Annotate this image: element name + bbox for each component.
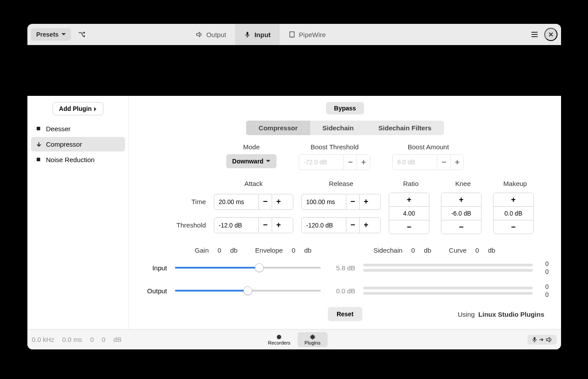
footer-io-button[interactable] bbox=[527, 335, 557, 345]
makeup-spinbox[interactable]: + 0.0 dB − bbox=[493, 193, 534, 234]
increment-button[interactable]: + bbox=[389, 193, 429, 206]
input-slider-label: Input bbox=[141, 264, 167, 272]
stat-v2: 0 bbox=[102, 336, 105, 343]
shuffle-icon bbox=[78, 31, 85, 38]
attack-threshold-spinbox[interactable]: − + bbox=[214, 217, 293, 233]
presets-button[interactable]: Presets bbox=[31, 28, 71, 41]
chevron-down-icon bbox=[266, 160, 270, 163]
makeup-value: 0.0 dB bbox=[493, 206, 533, 220]
output-level-bars bbox=[363, 287, 533, 295]
decrement-button[interactable]: − bbox=[389, 220, 429, 234]
decrement-button[interactable]: − bbox=[346, 194, 359, 209]
knee-header: Knee bbox=[441, 180, 485, 187]
boost-threshold-label: Boost Threshold bbox=[311, 143, 359, 151]
footer-tab-plugins[interactable]: Plugins bbox=[297, 332, 327, 347]
square-icon bbox=[36, 157, 42, 163]
speaker-icon bbox=[546, 337, 552, 343]
input-slider[interactable] bbox=[175, 267, 321, 269]
subtab-sidechain-filters[interactable]: Sidechain Filters bbox=[366, 121, 444, 135]
speaker-icon bbox=[196, 31, 203, 38]
increment-button[interactable]: + bbox=[272, 218, 285, 233]
tab-input[interactable]: Input bbox=[235, 24, 280, 45]
shuffle-button[interactable] bbox=[75, 28, 89, 41]
increment-button: + bbox=[450, 155, 463, 170]
release-threshold-spinbox[interactable]: − + bbox=[301, 217, 381, 233]
subtab-sidechain[interactable]: Sidechain bbox=[310, 121, 366, 135]
close-button[interactable] bbox=[544, 28, 558, 41]
makeup-header: Makeup bbox=[493, 180, 537, 187]
plugin-content: Bypass Compressor Sidechain Sidechain Fi… bbox=[129, 96, 561, 329]
attack-header: Attack bbox=[214, 180, 293, 187]
gain-meter-label: Gain bbox=[195, 246, 209, 254]
stat-v1: 0 bbox=[90, 336, 94, 343]
titlebar: Presets Output Input PipeWire bbox=[27, 24, 561, 45]
reset-button[interactable]: Reset bbox=[328, 307, 362, 321]
stat-ms: 0.0 ms bbox=[62, 336, 82, 343]
boost-threshold-spinbox: − + bbox=[299, 154, 370, 170]
svg-rect-6 bbox=[534, 337, 535, 340]
decrement-button[interactable]: − bbox=[346, 218, 359, 233]
footer-tab-recorders[interactable]: Recorders bbox=[261, 332, 298, 347]
decrement-button[interactable]: − bbox=[258, 218, 272, 233]
svg-rect-1 bbox=[290, 32, 294, 37]
decrement-button: − bbox=[343, 155, 357, 170]
release-time-spinbox[interactable]: − + bbox=[301, 194, 381, 210]
increment-button[interactable]: + bbox=[359, 194, 372, 209]
boost-amount-spinbox: − + bbox=[392, 154, 464, 170]
chevron-right-icon bbox=[94, 107, 97, 111]
time-row-label: Time bbox=[153, 198, 206, 205]
menu-button[interactable] bbox=[527, 28, 542, 41]
attack-time-spinbox[interactable]: − + bbox=[214, 194, 293, 210]
knee-spinbox[interactable]: + -6.0 dB − bbox=[441, 193, 482, 234]
gain-meter-value: 0 bbox=[218, 246, 221, 254]
stat-khz: 0.0 kHz bbox=[32, 336, 54, 343]
release-header: Release bbox=[301, 180, 381, 187]
increment-button[interactable]: + bbox=[359, 218, 372, 233]
increment-button[interactable]: + bbox=[493, 193, 533, 206]
ratio-value: 4.00 bbox=[389, 206, 429, 220]
puzzle-icon bbox=[309, 334, 315, 340]
boost-amount-input bbox=[393, 155, 437, 170]
svg-point-5 bbox=[277, 335, 281, 339]
output-slider-value: 0.0 dB bbox=[329, 287, 355, 295]
output-slider-label: Output bbox=[141, 287, 167, 295]
plugin-item-deesser[interactable]: Deesser bbox=[31, 121, 125, 136]
increment-button[interactable]: + bbox=[441, 193, 481, 206]
mode-dropdown[interactable]: Downward bbox=[226, 154, 277, 168]
bypass-button[interactable]: Bypass bbox=[326, 102, 364, 114]
input-level-bars bbox=[363, 264, 533, 272]
pipewire-icon bbox=[288, 31, 296, 38]
decrement-button: − bbox=[437, 155, 450, 170]
arrow-right-icon bbox=[539, 338, 544, 341]
tab-output[interactable]: Output bbox=[187, 24, 235, 45]
release-time-input[interactable] bbox=[302, 194, 346, 209]
attack-threshold-input[interactable] bbox=[214, 218, 258, 233]
arrow-down-icon bbox=[36, 142, 42, 147]
decrement-button[interactable]: − bbox=[493, 220, 533, 234]
decrement-button[interactable]: − bbox=[258, 194, 272, 209]
using-label: Using Linux Studio Plugins bbox=[458, 311, 544, 318]
add-plugin-button[interactable]: Add Plugin bbox=[53, 102, 104, 115]
increment-button: + bbox=[357, 155, 370, 170]
ratio-spinbox[interactable]: + 4.00 − bbox=[389, 193, 429, 234]
release-threshold-input[interactable] bbox=[302, 218, 346, 233]
threshold-row-label: Threshold bbox=[153, 221, 206, 229]
plugin-item-compressor[interactable]: Compressor bbox=[31, 137, 125, 152]
envelope-meter-label: Envelope bbox=[255, 246, 283, 254]
close-icon bbox=[548, 32, 554, 37]
svg-rect-0 bbox=[247, 32, 248, 35]
output-slider[interactable] bbox=[175, 290, 321, 292]
record-icon bbox=[276, 334, 282, 340]
decrement-button[interactable]: − bbox=[441, 220, 481, 234]
hamburger-icon bbox=[531, 31, 538, 38]
subtab-compressor[interactable]: Compressor bbox=[246, 121, 310, 135]
boost-threshold-input bbox=[299, 155, 343, 170]
knee-value: -6.0 dB bbox=[441, 206, 481, 220]
increment-button[interactable]: + bbox=[272, 194, 285, 209]
plugin-item-noise-reduction[interactable]: Noise Reduction bbox=[31, 152, 125, 167]
footer: 0.0 kHz 0.0 ms 0 0 dB Recorders Plugins bbox=[27, 329, 561, 349]
chevron-down-icon bbox=[61, 33, 66, 36]
tab-pipewire[interactable]: PipeWire bbox=[280, 24, 335, 45]
plugin-sidebar: Add Plugin Deesser Compressor Noise Redu… bbox=[27, 96, 129, 329]
attack-time-input[interactable] bbox=[214, 194, 258, 209]
